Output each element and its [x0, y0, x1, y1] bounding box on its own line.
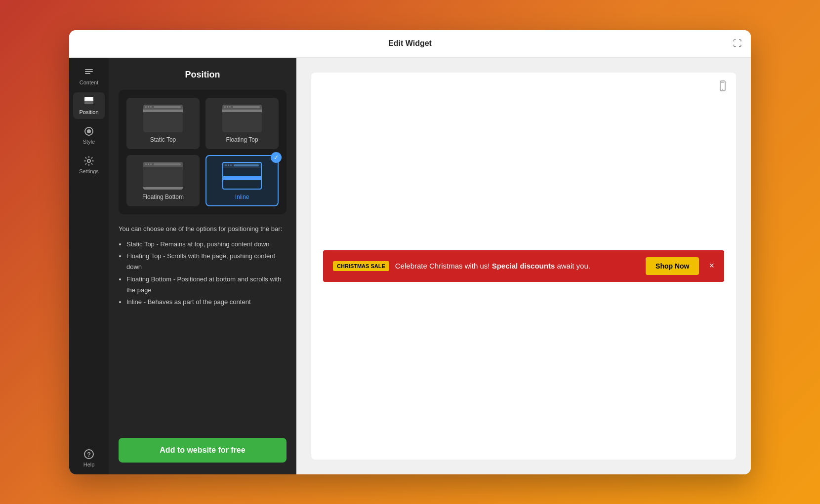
panel-footer: Add to website for free [109, 430, 296, 474]
banner-bar: CHRISTMAS SALE Celebrate Christmas with … [323, 250, 724, 282]
bullet-floating-bottom: Floating Bottom - Positioned at bottom a… [126, 274, 287, 296]
inline-preview [222, 162, 262, 190]
window-body: Content Position [69, 58, 751, 474]
help-icon: ? [83, 449, 94, 460]
svg-rect-4 [84, 97, 93, 100]
floating-top-preview [222, 105, 262, 132]
sidebar-item-position[interactable]: Position [73, 92, 105, 119]
mobile-device-icon[interactable] [717, 80, 728, 94]
sidebar: Content Position [69, 58, 109, 474]
svg-rect-5 [84, 101, 93, 104]
inline-label: Inline [235, 194, 249, 200]
sidebar-content-label: Content [80, 79, 99, 85]
sidebar-help-label: Help [83, 462, 95, 467]
add-to-website-button[interactable]: Add to website for free [119, 438, 287, 463]
bullets-list: Static Top - Remains at top, pushing con… [119, 239, 287, 308]
preview-canvas: CHRISTMAS SALE Celebrate Christmas with … [311, 73, 736, 460]
bullet-static-top: Static Top - Remains at top, pushing con… [126, 239, 287, 250]
window-title: Edit Widget [388, 39, 432, 48]
banner-cta-button[interactable]: Shop Now [646, 257, 699, 275]
banner-text-before: Celebrate Christmas with us! [395, 262, 492, 270]
svg-text:?: ? [87, 451, 91, 458]
bullet-inline: Inline - Behaves as part of the page con… [126, 297, 287, 308]
main-window: Edit Widget ⛶ Content [69, 30, 751, 474]
sidebar-item-settings[interactable]: Settings [73, 152, 105, 178]
banner-badge: CHRISTMAS SALE [333, 261, 389, 271]
svg-point-8 [87, 159, 90, 162]
sidebar-item-help[interactable]: ? Help [73, 442, 105, 474]
svg-point-7 [87, 129, 91, 133]
style-icon [83, 126, 94, 137]
position-option-inline[interactable]: ✓ Inline [205, 155, 279, 206]
expand-icon[interactable]: ⛶ [733, 39, 742, 49]
floating-bottom-label: Floating Bottom [142, 194, 184, 200]
selected-checkmark: ✓ [271, 152, 282, 163]
position-icon [83, 96, 94, 107]
gear-icon [83, 155, 94, 166]
position-grid: Static Top Floati [119, 90, 287, 214]
panel-title: Position [119, 70, 287, 80]
banner-text-bold: Special discounts [492, 262, 555, 270]
svg-point-12 [722, 89, 723, 90]
title-bar: Edit Widget ⛶ [69, 30, 751, 58]
description-text: You can choose one of the options for po… [119, 224, 287, 234]
static-top-preview [143, 105, 183, 132]
banner-text: Celebrate Christmas with us! Special dis… [395, 262, 640, 270]
floating-top-label: Floating Top [226, 136, 258, 143]
floating-bottom-preview [143, 162, 183, 190]
panel-content-area: Position [109, 58, 296, 430]
sidebar-style-label: Style [83, 139, 95, 145]
banner-close-button[interactable]: × [709, 261, 714, 271]
bullet-floating-top: Floating Top - Scrolls with the page, pu… [126, 251, 287, 272]
sidebar-item-content[interactable]: Content [73, 63, 105, 89]
sidebar-position-label: Position [79, 109, 98, 115]
content-icon [83, 67, 94, 78]
banner-text-after: await you. [555, 262, 590, 270]
sidebar-settings-label: Settings [79, 168, 99, 174]
position-option-floating-bottom[interactable]: Floating Bottom [126, 155, 200, 206]
left-panel: Position [109, 58, 296, 474]
preview-area: CHRISTMAS SALE Celebrate Christmas with … [296, 58, 751, 474]
sidebar-item-style[interactable]: Style [73, 122, 105, 149]
position-option-floating-top[interactable]: Floating Top [205, 98, 279, 149]
position-option-static-top[interactable]: Static Top [126, 98, 200, 149]
static-top-label: Static Top [150, 136, 176, 143]
